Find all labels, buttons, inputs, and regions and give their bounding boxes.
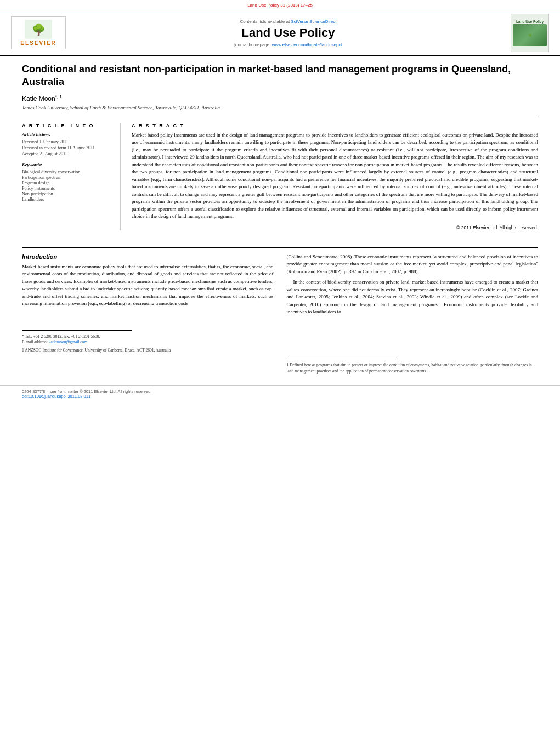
footnote-right: 1 Defined here as programs that aim to p… [274, 359, 539, 374]
author-superscript: *, 1 [55, 94, 62, 99]
body-col-left: Introduction Market-based instruments ar… [22, 253, 274, 319]
journal-citation: Land Use Policy 31 (2013) 17–25 [247, 3, 313, 8]
header-divider [22, 117, 538, 117]
journal-thumbnail: Land Use Policy 🌿 [511, 14, 549, 52]
elsevier-logo: 🌳 ELSEVIER [11, 16, 66, 49]
intro-para-1: Market-based instruments are economic po… [22, 263, 274, 308]
journal-title: Land Use Policy [71, 26, 505, 40]
footnotes-section: * Tel.: +61 2 6206 3812; fax: +61 2 6201… [0, 330, 560, 380]
body-col-right: (Collins and Scoccimarro, 2008). These e… [287, 253, 539, 319]
keyword-5: Non-participation [22, 191, 114, 196]
footnote-right-divider [287, 359, 397, 359]
page-footer: 0264-8377/$ – see front matter © 2011 El… [0, 385, 560, 402]
keyword-6: Landholders [22, 197, 114, 202]
thumb-image: 🌿 [513, 24, 547, 46]
revised-date: Received in revised form 11 August 2011 [22, 145, 114, 150]
homepage-prefix: journal homepage: [234, 42, 270, 47]
contact-footnote: * Tel.: +61 2 6206 3812; fax: +61 2 6201… [22, 334, 538, 346]
keyword-2: Participation spectrum [22, 175, 114, 180]
thumb-title: Land Use Policy [516, 20, 544, 24]
footer-issn: 0264-8377/$ – see front matter © 2011 El… [22, 389, 538, 394]
journal-info-bar: Land Use Policy 31 (2013) 17–25 [0, 0, 560, 9]
body-divider [22, 247, 538, 248]
elsevier-brand: ELSEVIER [20, 40, 56, 46]
article-info-abstract: A R T I C L E I N F O Article history: R… [22, 123, 538, 230]
received-date: Received 10 January 2011 [22, 139, 114, 144]
abstract-section-label: A B S T R A C T [132, 123, 538, 128]
intro-para-col2-1: (Collins and Scoccimarro, 2008). These e… [287, 253, 539, 276]
intro-para-col2-2: In the context of biodiversity conservat… [287, 279, 539, 316]
footnote-divider [22, 330, 132, 331]
footer-doi: doi:10.1016/j.landusepol.2011.08.011 [22, 394, 538, 399]
keyword-3: Program design [22, 180, 114, 185]
intro-col2-text: (Collins and Scoccimarro, 2008). These e… [287, 253, 539, 316]
elsevier-tree-icon: 🌳 [25, 20, 52, 39]
author-text: Katie Moon [22, 95, 55, 103]
email-link[interactable]: katiemoon@gmail.com [49, 340, 87, 344]
email-label: E-mail address: [22, 340, 48, 344]
article-header-section: Conditional and resistant non-participat… [0, 56, 560, 241]
footnote-bottom: 1 Defined here as programs that aim to p… [22, 359, 538, 374]
journal-center-header: Contents lists available at SciVerse Sci… [71, 19, 505, 47]
keyword-4: Policy instruments [22, 186, 114, 191]
footnote-1-text: 1 Defined here as programs that aim to p… [287, 363, 539, 374]
anzsog-footnote: 1 ANZSOG Institute for Governance, Unive… [22, 348, 538, 354]
homepage-link[interactable]: www.elsevier.com/locate/landusepol [272, 42, 342, 47]
copyright-line: © 2011 Elsevier Ltd. All rights reserved… [132, 225, 538, 230]
abstract-col: A B S T R A C T Market-based policy inst… [132, 123, 538, 230]
page: Land Use Policy 31 (2013) 17–25 🌳 ELSEVI… [0, 0, 560, 741]
sciverse-line: Contents lists available at SciVerse Sci… [71, 19, 505, 24]
journal-header: 🌳 ELSEVIER Contents lists available at S… [0, 9, 560, 56]
keyword-1: Biological diversity conservation [22, 169, 114, 174]
contact-text: * Tel.: +61 2 6206 3812; fax: +61 2 6201… [22, 334, 100, 339]
article-info-col: A R T I C L E I N F O Article history: R… [22, 123, 121, 230]
sciverse-link[interactable]: SciVerse ScienceDirect [291, 19, 336, 24]
body-two-col: Introduction Market-based instruments ar… [22, 253, 538, 319]
author-name: Katie Moon*, 1 [22, 94, 538, 103]
intro-col1-text: Market-based instruments are economic po… [22, 263, 274, 308]
article-info-section-label: A R T I C L E I N F O [22, 123, 114, 128]
keywords-label: Keywords: [22, 162, 114, 167]
history-label: Article history: [22, 132, 114, 137]
intro-heading: Introduction [22, 253, 274, 260]
abstract-text: Market-based policy instruments are used… [132, 132, 538, 220]
sciverse-prefix: Contents lists available at [240, 19, 290, 24]
author-affiliation: James Cook University, School of Earth &… [22, 105, 538, 110]
article-title: Conditional and resistant non-participat… [22, 63, 538, 89]
accepted-date: Accepted 21 August 2011 [22, 151, 114, 156]
doi-label: doi: [22, 394, 29, 399]
body-content: Introduction Market-based instruments ar… [0, 247, 560, 330]
doi-link[interactable]: 10.1016/j.landusepol.2011.08.011 [29, 394, 90, 399]
homepage-line: journal homepage: www.elsevier.com/locat… [71, 42, 505, 47]
footnote-left-spacer [22, 359, 274, 374]
